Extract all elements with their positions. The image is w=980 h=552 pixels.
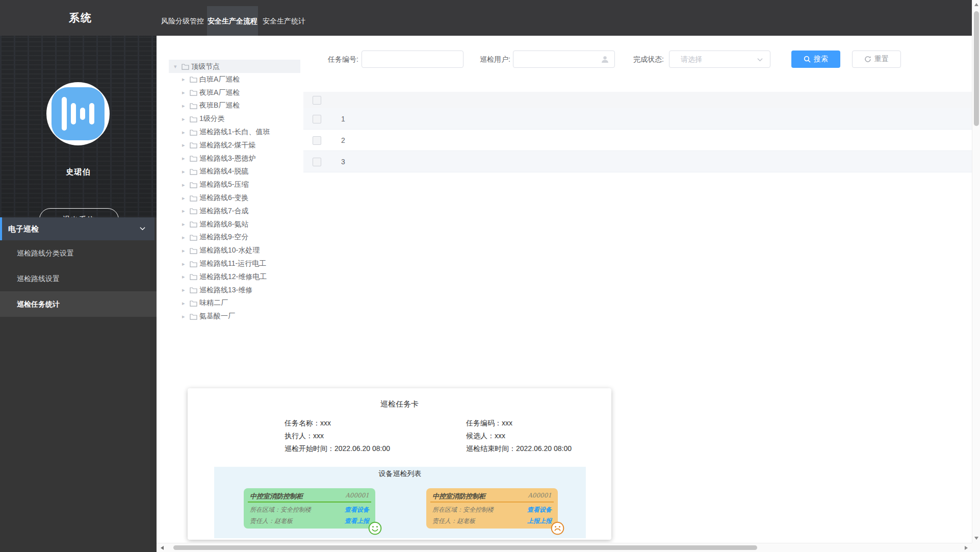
sidebar-item-task-statistics[interactable]: 巡检任务统计	[0, 291, 157, 317]
tree-root-label: 顶级节点	[191, 60, 220, 73]
tree-item-label: 巡检路线2-煤干燥	[199, 141, 255, 150]
caret-right-icon[interactable]	[182, 76, 190, 83]
tree-item[interactable]: 巡检路线8-氨站	[169, 218, 300, 231]
view-report-link[interactable]: 查看上报	[345, 517, 369, 525]
folder-icon	[190, 221, 199, 228]
sidebar-item-route-settings[interactable]: 巡检路线设置	[0, 266, 157, 291]
scroll-up-arrow-icon[interactable]	[974, 3, 978, 6]
view-device-link[interactable]: 查看设备	[527, 506, 552, 514]
view-device-link[interactable]: 查看设备	[345, 506, 369, 514]
caret-right-icon[interactable]	[182, 221, 190, 228]
tree-item[interactable]: 味精二厂	[169, 297, 300, 310]
tree-item-label: 巡检路线8-氨站	[199, 220, 248, 229]
report-link[interactable]: 上报上报	[527, 517, 552, 525]
caret-right-icon[interactable]	[182, 89, 190, 96]
folder-icon	[182, 63, 191, 70]
caret-right-icon[interactable]	[182, 129, 190, 136]
scroll-right-arrow-icon[interactable]	[965, 546, 968, 550]
tree-item[interactable]: 巡检路线9-空分	[169, 231, 300, 244]
tree-item-label: 巡检路线11-运行电工	[199, 259, 266, 268]
row-index: 2	[336, 130, 350, 151]
start-time-field: 巡检开始时间：2022.06.20 08:00	[285, 444, 390, 454]
avatar[interactable]	[46, 82, 110, 145]
tree-item[interactable]: 巡检路线7-合成	[169, 205, 300, 218]
tree-item[interactable]: 巡检路线6-变换	[169, 191, 300, 205]
tree-item-label: 巡检路线5-压缩	[199, 180, 248, 189]
caret-right-icon[interactable]	[182, 182, 190, 188]
tree-item[interactable]: 巡检路线5-压缩	[169, 178, 300, 191]
tab-risk-control[interactable]: 风险分级管控	[158, 6, 207, 36]
device-card-pending: 中控室消防控制柜 A00001 所在区域：安全控制楼 查看设备 责任人：赵老板 …	[426, 488, 558, 529]
search-button-label: 搜索	[814, 55, 828, 64]
table-row[interactable]: 2	[303, 130, 972, 151]
task-no-input[interactable]	[362, 51, 463, 68]
tree-item[interactable]: 巡检路线4-脱硫	[169, 165, 300, 179]
tree-item[interactable]: 1级分类	[169, 112, 300, 126]
happy-face-icon	[368, 521, 382, 535]
table-body: 1 2 3	[303, 108, 972, 172]
tab-safety-production-flow[interactable]: 安全生产全流程	[207, 6, 258, 36]
caret-right-icon[interactable]	[182, 261, 190, 267]
folder-icon	[190, 142, 199, 148]
vertical-scrollbar[interactable]	[972, 0, 980, 552]
tree-item[interactable]: 夜班A厂巡检	[169, 86, 300, 99]
caret-right-icon[interactable]	[182, 168, 190, 175]
horizontal-scrollbar-thumb[interactable]	[173, 545, 757, 550]
row-index: 1	[336, 108, 350, 130]
tab-safety-production-stats[interactable]: 安全生产统计	[262, 6, 306, 36]
tree-item-label: 巡检路线10-水处理	[199, 246, 260, 255]
caret-right-icon[interactable]	[182, 273, 190, 280]
caret-down-icon[interactable]	[174, 60, 182, 73]
sidebar-item-route-category-settings[interactable]: 巡检路线分类设置	[0, 240, 157, 266]
table-row[interactable]: 1	[303, 108, 972, 130]
end-time-value: 2022.06.20 08:00	[516, 444, 572, 453]
device-card-completed: 中控室消防控制柜 A00001 所在区域：安全控制楼 查看设备 责任人：赵老板 …	[244, 488, 375, 529]
folder-icon	[190, 208, 199, 214]
folder-icon	[190, 116, 199, 122]
folder-icon	[190, 182, 199, 188]
scroll-down-arrow-icon[interactable]	[974, 537, 978, 540]
device-code: A00001	[345, 492, 369, 499]
caret-right-icon[interactable]	[182, 142, 190, 148]
caret-right-icon[interactable]	[182, 103, 190, 109]
caret-right-icon[interactable]	[182, 313, 190, 320]
select-all-checkbox[interactable]	[313, 96, 321, 105]
caret-right-icon[interactable]	[182, 247, 190, 254]
tree-item-label: 氨基酸一厂	[199, 312, 235, 321]
tree-item[interactable]: 巡检路线3-恩德炉	[169, 152, 300, 165]
caret-right-icon[interactable]	[182, 300, 190, 307]
logo-bar	[89, 103, 94, 124]
tree-root-node[interactable]: 顶级节点	[169, 60, 300, 73]
reset-button[interactable]: 重置	[852, 51, 901, 68]
inspect-user-input[interactable]	[513, 51, 615, 68]
tree-item[interactable]: 巡检路线13-维修	[169, 284, 300, 297]
vertical-scrollbar-thumb[interactable]	[974, 11, 979, 126]
caret-right-icon[interactable]	[182, 116, 190, 122]
caret-right-icon[interactable]	[182, 208, 190, 214]
tree-item[interactable]: 巡检路线11-运行电工	[169, 257, 300, 270]
tree-item[interactable]: 氨基酸一厂	[169, 310, 300, 323]
status-select[interactable]: 请选择	[669, 51, 770, 68]
tree-item[interactable]: 夜班B厂巡检	[169, 99, 300, 113]
tree-item[interactable]: 巡检路线10-水处理	[169, 244, 300, 257]
candidate-value: xxx	[495, 432, 505, 440]
tree-item[interactable]: 巡检路线2-煤干燥	[169, 139, 300, 152]
scroll-left-arrow-icon[interactable]	[161, 546, 164, 550]
tree-item[interactable]: 巡检路线12-维修电工	[169, 270, 300, 284]
row-checkbox[interactable]	[313, 115, 321, 123]
folder-icon	[190, 76, 199, 83]
search-button[interactable]: 搜索	[791, 51, 840, 68]
tree-item[interactable]: 白班A厂巡检	[169, 73, 300, 86]
tree-item-label: 巡检路线6-变换	[199, 193, 248, 203]
horizontal-scrollbar[interactable]	[157, 543, 972, 552]
row-checkbox[interactable]	[313, 136, 321, 145]
caret-right-icon[interactable]	[182, 155, 190, 162]
tree-item[interactable]: 巡检路线1-长白、值班	[169, 126, 300, 139]
row-index: 3	[336, 151, 350, 172]
caret-right-icon[interactable]	[182, 195, 190, 202]
sidebar-item-electronic-inspection[interactable]: 电子巡检	[0, 217, 154, 240]
row-checkbox[interactable]	[313, 158, 321, 166]
table-row[interactable]: 3	[303, 151, 972, 172]
caret-right-icon[interactable]	[182, 287, 190, 293]
caret-right-icon[interactable]	[182, 234, 190, 241]
